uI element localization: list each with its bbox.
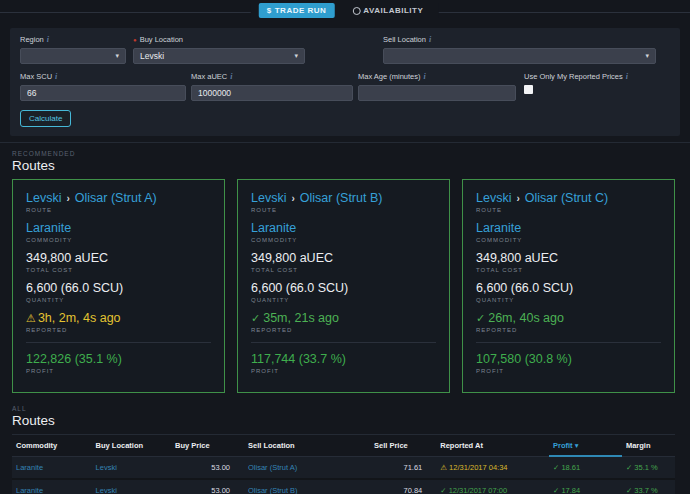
chevron-down-icon: ▾ — [645, 52, 649, 60]
total-cost-value: 349,800 aUEC — [26, 251, 211, 265]
check-icon: ✓ — [251, 312, 260, 325]
reported-label: REPORTED — [251, 327, 436, 333]
all-routes-title: Routes — [12, 413, 690, 428]
recommended-route-cards: Levski › Olisar (Strut A) ROUTE Laranite… — [12, 179, 675, 393]
table-row[interactable]: Laranite Levski 53.00 Olisar (Strut A) 7… — [12, 456, 675, 479]
profit-label: PROFIT — [251, 368, 436, 374]
all-routes-table-wrap: Commodity Buy Location Buy Price Sell Lo… — [12, 434, 675, 494]
route-to-link[interactable]: Olisar (Strut B) — [300, 191, 383, 205]
chevron-right-icon: › — [291, 193, 294, 204]
region-select[interactable]: ▾ — [20, 48, 126, 64]
route-card: Levski › Olisar (Strut A) ROUTE Laranite… — [12, 179, 225, 393]
route-label: ROUTE — [476, 207, 661, 213]
profit-value: 122,826 (35.1 %) — [26, 352, 211, 366]
tab-availability-label: AVAILABILITY — [363, 6, 423, 15]
total-cost-value: 349,800 aUEC — [476, 251, 661, 265]
reported-at-cell: ⚠ 12/31/2017 04:34 — [436, 456, 549, 479]
info-icon[interactable]: i — [626, 72, 628, 81]
commodity-link[interactable]: Laranite — [26, 221, 211, 235]
info-icon[interactable]: i — [230, 72, 232, 81]
reported-label: REPORTED — [476, 327, 661, 333]
required-dot-icon: ● — [133, 37, 137, 43]
buy-price-cell: 53.00 — [171, 456, 244, 479]
sell-location-link[interactable]: Olisar (Strut A) — [244, 456, 370, 479]
info-icon[interactable]: i — [424, 72, 426, 81]
buy-location-link[interactable]: Levski — [92, 479, 172, 494]
commodity-link[interactable]: Laranite — [476, 221, 661, 235]
warning-icon: ⚠ — [26, 312, 36, 325]
column-header-buy-price[interactable]: Buy Price — [171, 435, 244, 456]
max-auec-input[interactable] — [191, 85, 353, 101]
column-header-reported-at[interactable]: Reported At — [436, 435, 549, 456]
commodity-link[interactable]: Laranite — [251, 221, 436, 235]
total-cost-label: TOTAL COST — [26, 267, 211, 273]
total-cost-value: 349,800 aUEC — [251, 251, 436, 265]
column-header-buy-location[interactable]: Buy Location — [92, 435, 172, 456]
divider — [0, 142, 690, 143]
quantity-value: 6,600 (66.0 SCU) — [251, 281, 436, 295]
table-row[interactable]: Laranite Levski 53.00 Olisar (Strut B) 7… — [12, 479, 675, 494]
column-header-profit-sorted[interactable]: Profit ▾ — [549, 435, 622, 456]
buy-location-select[interactable]: Levski ▾ — [133, 48, 305, 64]
calculate-button[interactable]: Calculate — [20, 110, 71, 127]
quantity-label: QUANTITY — [251, 297, 436, 303]
use-only-my-reported-prices-checkbox[interactable] — [524, 85, 533, 94]
route-to-link[interactable]: Olisar (Strut A) — [75, 191, 157, 205]
profit-label: PROFIT — [476, 368, 661, 374]
route-to-link[interactable]: Olisar (Strut C) — [525, 191, 608, 205]
sell-price-cell: 70.84 — [370, 479, 436, 494]
commodity-link[interactable]: Laranite — [12, 479, 92, 494]
profit-label: PROFIT — [26, 368, 211, 374]
buy-location-label: ● Buy Location — [133, 35, 305, 44]
total-cost-label: TOTAL COST — [476, 267, 661, 273]
max-auec-label: Max aUEC i — [191, 72, 353, 81]
recommended-routes-title: Routes — [12, 158, 690, 173]
profit-value: 107,580 (30.8 %) — [476, 352, 661, 366]
commodity-link[interactable]: Laranite — [12, 456, 92, 479]
tab-trade-run-label: TRADE RUN — [275, 6, 327, 15]
info-icon[interactable]: i — [47, 35, 49, 44]
max-scu-label: Max SCU i — [20, 72, 186, 81]
reported-value: ⚠ 3h, 2m, 4s ago — [26, 311, 211, 325]
all-routes-eyebrow: ALL — [12, 405, 690, 412]
route-card: Levski › Olisar (Strut C) ROUTE Laranite… — [462, 179, 675, 393]
sell-location-select[interactable]: ▾ — [383, 48, 656, 64]
chevron-right-icon: › — [66, 193, 69, 204]
route-from-link[interactable]: Levski — [476, 191, 511, 205]
buy-location-link[interactable]: Levski — [92, 456, 172, 479]
chevron-down-icon: ▾ — [115, 52, 119, 60]
tab-group: $ TRADE RUN AVAILABILITY — [251, 3, 439, 18]
sell-location-label: Sell Location i — [383, 35, 656, 44]
column-header-sell-location[interactable]: Sell Location — [244, 435, 370, 456]
divider — [476, 342, 661, 343]
info-icon[interactable]: i — [429, 35, 431, 44]
quantity-label: QUANTITY — [26, 297, 211, 303]
recommended-eyebrow: RECOMMENDED — [12, 150, 690, 157]
column-header-commodity[interactable]: Commodity — [12, 435, 92, 456]
divider — [26, 342, 211, 343]
buy-price-cell: 53.00 — [171, 479, 244, 494]
tab-trade-run[interactable]: $ TRADE RUN — [259, 3, 335, 18]
quantity-value: 6,600 (66.0 SCU) — [476, 281, 661, 295]
check-icon: ✓ — [553, 463, 559, 472]
region-label: Region i — [20, 35, 126, 44]
column-header-sell-price[interactable]: Sell Price — [370, 435, 436, 456]
sell-location-link[interactable]: Olisar (Strut B) — [244, 479, 370, 494]
all-routes-table: Commodity Buy Location Buy Price Sell Lo… — [12, 435, 675, 494]
route-from-link[interactable]: Levski — [251, 191, 286, 205]
column-header-margin[interactable]: Margin — [622, 435, 675, 456]
sell-price-cell: 71.61 — [370, 456, 436, 479]
max-scu-input[interactable] — [20, 85, 186, 101]
route-from-link[interactable]: Levski — [26, 191, 61, 205]
route-label: ROUTE — [26, 207, 211, 213]
commodity-label: COMMODITY — [26, 237, 211, 243]
chevron-right-icon: › — [516, 193, 519, 204]
max-age-input[interactable] — [358, 85, 516, 101]
reported-label: REPORTED — [26, 327, 211, 333]
check-icon: ✓ — [626, 486, 632, 494]
info-icon[interactable]: i — [55, 72, 57, 81]
check-icon: ✓ — [476, 312, 485, 325]
warning-icon: ⚠ — [440, 463, 447, 472]
tab-availability[interactable]: AVAILABILITY — [344, 3, 431, 18]
trade-run-filter-panel: Region i ▾ ● Buy Location Levski ▾ Sell … — [10, 28, 680, 136]
